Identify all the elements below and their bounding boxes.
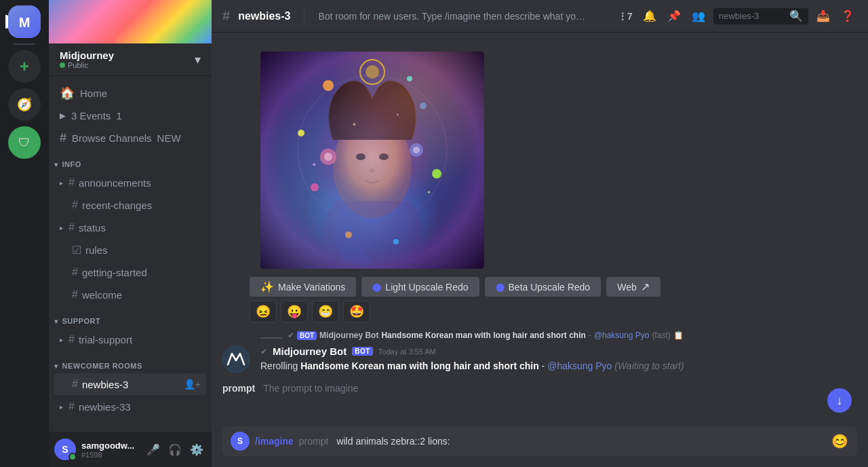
make-variations-button[interactable]: ✨ Make Variations [250, 277, 356, 297]
channel-announcements[interactable]: ▸ # announcements [54, 172, 206, 193]
category-arrow-support: ▾ [54, 318, 58, 325]
channel-welcome[interactable]: # welcome [54, 284, 206, 305]
expand-arrow-trial-support: ▸ [60, 336, 63, 343]
svg-text:M: M [19, 15, 31, 30]
events-icon: ▸ [60, 108, 66, 123]
chevron-down-icon: ▾ [195, 52, 201, 67]
action-buttons: ✨ Make Variations ⬤ Light Upscale Redo ⬤… [250, 277, 868, 297]
message-input[interactable] [336, 436, 825, 447]
channel-list: 🏠 Home ▸ 3 Events 1 # Browse Channels NE… [49, 76, 212, 432]
image-message: ✦ ✦ ✦ ✦ [212, 43, 868, 272]
channel-trial-support[interactable]: ▸ # trial-support [54, 329, 206, 350]
channel-newbies-33[interactable]: ▸ # newbies-33 [54, 396, 206, 417]
emoji-picker-button[interactable]: 😊 [830, 432, 849, 451]
hash-icon-status: # [68, 221, 75, 234]
reaction-angry[interactable]: 😖 [250, 301, 277, 322]
channel-header: # newbies-3 Bot room for new users. Type… [212, 0, 868, 33]
user-tag: #1598 [81, 451, 138, 459]
light-upscale-redo-button[interactable]: ⬤ Light Upscale Redo [361, 277, 479, 297]
reroll-message-content: ✔ Midjourney Bot BOT Today at 3:55 AM Re… [260, 345, 857, 373]
notification-bell-button[interactable]: 🔔 [640, 7, 659, 26]
home-icon: 🏠 [60, 86, 75, 100]
nav-browse[interactable]: # Browse Channels NEW [54, 127, 206, 149]
command-text: /imagine [255, 436, 294, 447]
browse-icon: # [60, 131, 66, 145]
channel-recent-changes[interactable]: # recent-changes [54, 194, 206, 216]
server-banner [49, 0, 212, 43]
ref-dash: - [589, 331, 591, 340]
status-dot [60, 62, 65, 68]
microphone-button[interactable]: 🎤 [144, 440, 163, 459]
channel-rules[interactable]: ☑ rules [54, 239, 206, 261]
nav-events[interactable]: ▸ 3 Events 1 [54, 105, 206, 126]
channel-newbies-3[interactable]: # newbies-3 👤+ [54, 373, 206, 395]
midjourney-logo [222, 345, 250, 373]
scroll-to-bottom-button[interactable]: ↓ [827, 388, 852, 413]
expand-arrow-newbies-33: ▸ [60, 403, 63, 411]
reroll-message-text: Rerolling Handsome Korean man with long … [260, 360, 857, 373]
search-input[interactable] [719, 11, 784, 21]
reaction-grin[interactable]: 😁 [312, 301, 339, 322]
reaction-starstruck[interactable]: 🤩 [343, 301, 370, 322]
input-avatar: S [231, 432, 250, 451]
add-server-button[interactable]: + [8, 50, 41, 83]
reroll-message: ✔ Midjourney Bot BOT Today at 3:55 AM Re… [212, 344, 868, 375]
category-arrow-newcomer: ▾ [54, 362, 58, 370]
reaction-bar: 😖 😛 😁 🤩 [250, 301, 868, 322]
ref-mention: @haksung Pyo [594, 331, 650, 340]
bot-ref-badge: BOT [297, 331, 317, 340]
ref-author: Midjourney Bot [319, 331, 378, 340]
expand-arrow-announcements: ▸ [60, 179, 63, 187]
pin-button[interactable]: 📌 [665, 7, 684, 26]
reply-line [260, 337, 282, 339]
channel-header-desc: Bot room for new users. Type /imagine th… [318, 11, 589, 22]
light-upscale-icon: ⬤ [372, 282, 381, 292]
bot-badge-reroll: BOT [352, 347, 373, 356]
user-controls: 🎤 🎧 ⚙️ [144, 440, 206, 459]
help-button[interactable]: ❓ [838, 7, 857, 26]
nav-home[interactable]: 🏠 Home [54, 82, 206, 104]
settings-button[interactable]: ⚙️ [187, 440, 206, 459]
search-icon: 🔍 [789, 10, 803, 22]
command-arg: prompt [299, 436, 329, 447]
reaction-silly[interactable]: 😛 [281, 301, 308, 322]
header-actions: ⋮7 🔔 📌 👥 🔍 📥 ❓ [616, 7, 857, 26]
headphone-button[interactable]: 🎧 [165, 440, 184, 459]
messages-area: ✦ ✦ ✦ ✦ [212, 33, 868, 426]
hash-icon-newbies-33: # [68, 400, 75, 413]
beta-upscale-redo-button[interactable]: ⬤ Beta Upscale Redo [485, 277, 601, 297]
online-status-dot [68, 453, 77, 461]
thread-icon-button[interactable]: ⋮7 [616, 7, 635, 26]
midjourney-server-icon[interactable]: M [8, 5, 41, 38]
channel-getting-started[interactable]: # getting-started [54, 261, 206, 283]
search-bar[interactable]: 🔍 [713, 8, 808, 24]
input-area: S /imagine prompt 😊 [212, 426, 868, 467]
category-newcomer-rooms[interactable]: ▾ NEWCOMER ROOMS [49, 351, 212, 373]
message-input-container[interactable]: S /imagine prompt 😊 [222, 426, 857, 456]
hash-icon-announcements: # [68, 176, 75, 189]
inbox-button[interactable]: 📥 [814, 7, 833, 26]
category-info[interactable]: ▾ INFO [49, 149, 212, 171]
reroll-message-header: ✔ Midjourney Bot BOT Today at 3:55 AM [260, 345, 857, 357]
expand-arrow-status: ▸ [60, 224, 63, 231]
mention-haksung[interactable]: @haksung Pyo [547, 360, 612, 371]
verified-ref-icon: ✔ [288, 331, 294, 340]
user-avatar: S [54, 438, 76, 460]
down-arrow-icon: ↓ [837, 394, 843, 408]
web-button[interactable]: Web ↗ [606, 277, 660, 297]
discover-button[interactable]: 🧭 [8, 88, 41, 121]
header-divider [304, 8, 304, 24]
channel-status[interactable]: ▸ # status [54, 217, 206, 238]
hash-icon-recent-changes: # [72, 199, 78, 211]
main-content: # newbies-3 Bot room for new users. Type… [212, 0, 868, 467]
shield-server-icon[interactable]: 🛡 [8, 126, 41, 159]
members-button[interactable]: 👥 [689, 7, 708, 26]
channel-hash-icon: # [222, 8, 230, 24]
ref-icon-btn[interactable]: 📋 [673, 331, 684, 340]
prompt-area: prompt The prompt to imagine [212, 377, 868, 399]
username: samgoodw... [81, 441, 138, 451]
reroll-author[interactable]: Midjourney Bot [273, 345, 347, 357]
category-support[interactable]: ▾ SUPPORT [49, 306, 212, 328]
prompt-value: The prompt to imagine [263, 383, 358, 394]
server-header[interactable]: Midjourney Public ▾ [49, 43, 212, 76]
